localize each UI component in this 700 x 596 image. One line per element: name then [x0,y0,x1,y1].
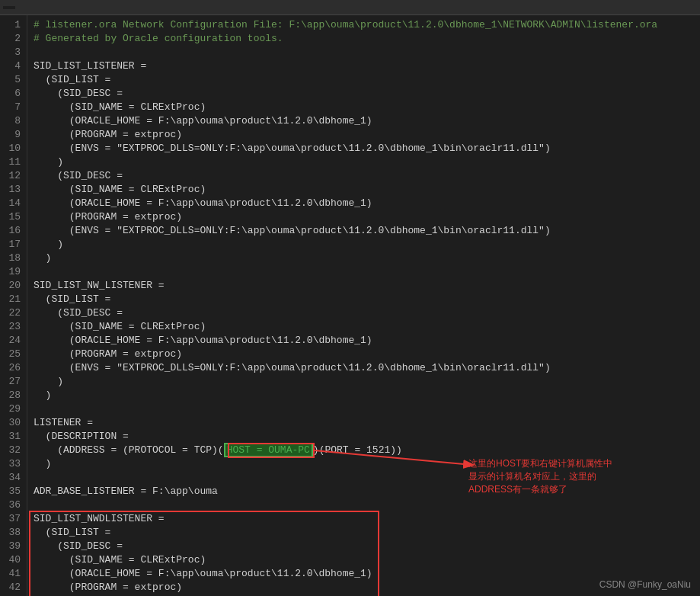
code-line-11: ) [34,155,700,169]
line-number-26: 26 [3,361,21,375]
code-line-8: (ORACLE_HOME = F:\app\ouma\product\11.2.… [34,114,700,128]
code-line-9: (PROGRAM = extproc) [34,128,700,142]
line-number-8: 8 [3,114,21,128]
line-number-39: 39 [3,540,21,553]
code-line-26: (ENVS = "EXTPROC_DLLS=ONLY:F:\app\ouma\p… [34,361,700,375]
code-line-1: # listener.ora Network Configuration Fil… [34,18,700,32]
line-number-7: 7 [3,101,21,114]
line-number-6: 6 [3,87,21,101]
line-number-38: 38 [3,526,21,540]
code-line-38: (SID_LIST = [34,526,700,540]
code-line-35: ADR_BASE_LISTENER = F:\app\ouma [34,485,700,498]
line-number-16: 16 [3,224,21,238]
line-number-18: 18 [3,252,21,265]
line-number-32: 32 [3,444,21,457]
editor-container: 1234567891011121314151617181920212223242… [0,0,700,596]
line-number-15: 15 [3,210,21,224]
code-line-34 [34,471,700,485]
line-number-12: 12 [3,169,21,183]
code-line-3 [34,46,700,59]
line-number-31: 31 [3,430,21,444]
code-line-12: (SID_DESC = [34,169,700,183]
line-number-25: 25 [3,348,21,361]
code-line-16: (ENVS = "EXTPROC_DLLS=ONLY:F:\app\ouma\p… [34,224,700,238]
line-number-4: 4 [3,59,21,73]
code-line-27: ) [34,375,700,389]
code-line-7: (SID_NAME = CLRExtProc) [34,101,700,114]
line-number-27: 27 [3,375,21,389]
code-content[interactable]: # listener.ora Network Configuration Fil… [27,15,700,596]
host-highlight: HOST = OUMA-PC [224,443,313,457]
code-line-39: (SID_DESC = [34,540,700,553]
code-line-5: (SID_LIST = [34,73,700,87]
line-number-37: 37 [3,512,21,526]
code-line-32: (ADDRESS = (PROTOCOL = TCP)(HOST = OUMA-… [34,444,700,457]
line-number-30: 30 [3,416,21,430]
line-number-23: 23 [3,320,21,334]
line-number-5: 5 [3,73,21,87]
line-number-42: 42 [3,581,21,594]
code-area: 1234567891011121314151617181920212223242… [0,15,700,596]
code-line-23: (SID_NAME = CLRExtProc) [34,320,700,334]
code-line-36 [34,498,700,512]
code-line-25: (PROGRAM = extproc) [34,348,700,361]
code-line-4: SID_LIST_LISTENER = [34,59,700,73]
code-line-24: (ORACLE_HOME = F:\app\ouma\product\11.2.… [34,334,700,348]
line-number-35: 35 [3,485,21,498]
line-number-10: 10 [3,142,21,155]
line-number-40: 40 [3,553,21,567]
code-line-15: (PROGRAM = extproc) [34,210,700,224]
line-number-2: 2 [3,32,21,46]
line-number-33: 33 [3,457,21,471]
code-line-28: ) [34,389,700,402]
code-line-37: SID_LIST_NWDLISTENER = [34,512,700,526]
code-line-19 [34,265,700,279]
line-number-36: 36 [3,498,21,512]
line-number-1: 1 [3,18,21,32]
line-number-14: 14 [3,197,21,210]
code-line-18: ) [34,252,700,265]
line-numbers: 1234567891011121314151617181920212223242… [0,15,27,596]
line-number-28: 28 [3,389,21,402]
code-line-33: ) [34,457,700,471]
line-number-9: 9 [3,128,21,142]
code-line-17: ) [34,238,700,252]
code-line-30: LISTENER = [34,416,700,430]
line-number-34: 34 [3,471,21,485]
line-number-24: 24 [3,334,21,348]
tab-network[interactable] [3,6,15,9]
code-line-40: (SID_NAME = CLRExtProc) [34,553,700,567]
code-line-29 [34,402,700,416]
code-line-10: (ENVS = "EXTPROC_DLLS=ONLY:F:\app\ouma\p… [34,142,700,155]
code-line-31: (DESCRIPTION = [34,430,700,444]
code-line-21: (SID_LIST = [34,293,700,306]
line-number-17: 17 [3,238,21,252]
line-number-41: 41 [3,567,21,581]
line-number-29: 29 [3,402,21,416]
code-line-20: SID_LIST_NW_LISTENER = [34,279,700,293]
tab-bar [0,0,700,15]
line-number-3: 3 [3,46,21,59]
code-line-6: (SID_DESC = [34,87,700,101]
code-line-13: (SID_NAME = CLRExtProc) [34,183,700,197]
code-line-22: (SID_DESC = [34,306,700,320]
watermark: CSDN @Funky_oaNiu [599,579,691,590]
line-number-13: 13 [3,183,21,197]
line-number-20: 20 [3,279,21,293]
line-number-22: 22 [3,306,21,320]
code-line-2: # Generated by Oracle configuration tool… [34,32,700,46]
line-number-19: 19 [3,265,21,279]
line-number-11: 11 [3,155,21,169]
line-number-21: 21 [3,293,21,306]
code-line-14: (ORACLE_HOME = F:\app\ouma\product\11.2.… [34,197,700,210]
